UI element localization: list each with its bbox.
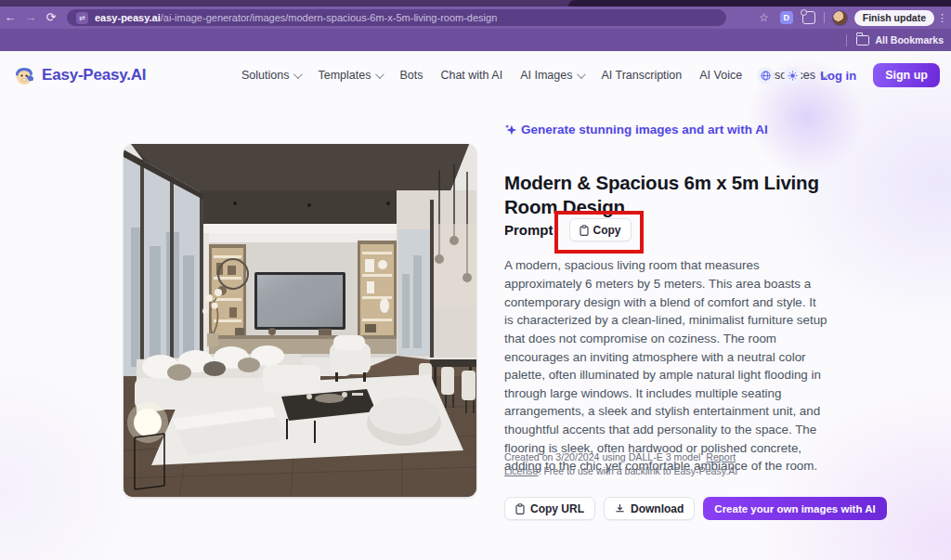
nav-item-bots[interactable]: Bots (399, 69, 423, 82)
chevron-down-icon (577, 70, 586, 79)
prompt-row: Prompt Copy (504, 218, 632, 241)
folder-icon (856, 35, 869, 46)
toolbar-right: ☆ D Finish update ⋮ (759, 7, 951, 29)
browser-window: ← → ⟳ ⇄ easy-peasy.ai/ai-image-generator… (0, 0, 951, 560)
site-info-icon[interactable]: ⇄ (76, 12, 88, 24)
report-link[interactable]: Report (706, 451, 736, 462)
chevron-down-icon (293, 70, 303, 79)
nav-item-chat-with-ai[interactable]: Chat with AI (440, 69, 502, 82)
log-in-link[interactable]: Log in (820, 69, 856, 83)
tab-strip-background (568, 0, 951, 7)
extensions-icon[interactable] (802, 11, 815, 24)
sign-up-button[interactable]: Sign up (873, 63, 940, 87)
bookmarks-divider (846, 34, 847, 46)
toolbar-divider (824, 12, 825, 23)
action-buttons: Copy URL Download Create your own images… (504, 497, 887, 520)
language-globe-icon[interactable] (757, 67, 775, 85)
back-icon[interactable]: ← (0, 7, 20, 29)
download-button[interactable]: Download (604, 497, 695, 520)
prompt-label: Prompt (504, 222, 554, 238)
nav-item-ai-transcription[interactable]: AI Transcription (601, 69, 682, 82)
license-link[interactable]: License (504, 465, 539, 476)
nav-item-ai-images[interactable]: AI Images (520, 69, 583, 82)
tab-strip (0, 0, 951, 7)
generated-image[interactable] (124, 144, 476, 497)
page-content: Easy-Peasy.AI Solutions Templates Bots C… (0, 51, 951, 560)
nav-links: Solutions Templates Bots Chat with AI AI… (241, 51, 827, 99)
url-path: /ai-image-generator/images/modern-spacio… (161, 12, 498, 23)
chevron-down-icon (375, 70, 384, 79)
forward-icon[interactable]: → (20, 7, 41, 29)
create-images-button[interactable]: Create your own images with AI (703, 497, 886, 520)
nav-item-solutions[interactable]: Solutions (241, 69, 300, 82)
profile-avatar[interactable] (832, 10, 848, 26)
url-text: easy-peasy.ai/ai-image-generator/images/… (95, 12, 497, 23)
bookmarks-bar: All Bookmarks (0, 29, 951, 51)
license-text: : Free to use with a backlink to Easy-Pe… (539, 465, 738, 476)
address-bar[interactable]: ⇄ easy-peasy.ai/ai-image-generator/image… (67, 9, 726, 26)
eyebrow-text: Generate stunning images and art with AI (521, 123, 768, 137)
finish-update-button[interactable]: Finish update (854, 10, 934, 26)
nav-actions: Log in Sign up (757, 51, 940, 99)
copy-url-button[interactable]: Copy URL (504, 497, 595, 520)
theme-sun-icon[interactable] (784, 67, 801, 85)
clipboard-icon (580, 225, 589, 236)
download-icon (615, 503, 625, 514)
clipboard-icon (515, 503, 525, 514)
site-header: Easy-Peasy.AI Solutions Templates Bots C… (0, 51, 951, 99)
prompt-text: A modern, spacious living room that meas… (504, 256, 827, 475)
all-bookmarks-button[interactable]: All Bookmarks (875, 34, 944, 46)
reload-icon[interactable]: ⟳ (41, 7, 61, 29)
eyebrow-tagline: Generate stunning images and art with AI (504, 123, 768, 137)
extension-d-icon[interactable]: D (780, 11, 793, 24)
sparkles-icon (504, 124, 517, 137)
browser-menu-icon[interactable]: ⋮ (937, 12, 947, 24)
created-on-text: Created on 3/20/2024 using DALL-E 3 mode… (504, 451, 700, 462)
brand-name: Easy-Peasy.AI (42, 66, 146, 85)
copy-prompt-button[interactable]: Copy (569, 218, 632, 241)
image-meta: Created on 3/20/2024 using DALL-E 3 mode… (504, 450, 737, 479)
url-host: easy-peasy.ai (95, 12, 161, 23)
brand-logo[interactable]: Easy-Peasy.AI (13, 64, 146, 86)
living-room-illustration (124, 144, 476, 497)
nav-item-templates[interactable]: Templates (318, 69, 382, 82)
bookmark-star-icon[interactable]: ☆ (759, 11, 769, 24)
nav-item-ai-voice[interactable]: AI Voice (699, 69, 742, 82)
page-title: Modern & Spacious 6m x 5m Living Room De… (504, 171, 829, 220)
mascot-logo-icon (13, 64, 35, 86)
